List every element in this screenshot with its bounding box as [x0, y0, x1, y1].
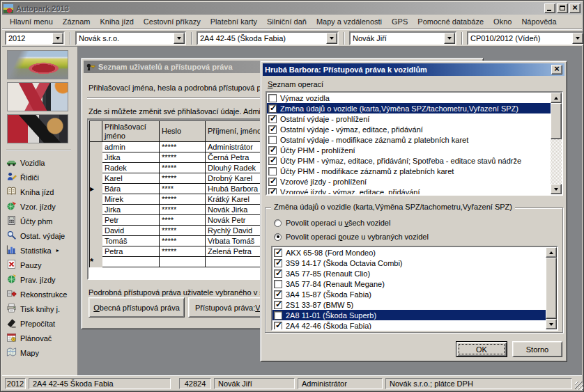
menu-item-pomocne-databaze[interactable]: Pomocné databáze — [413, 16, 489, 27]
sidebar-item-ridici[interactable]: Řidiči — [5, 170, 77, 185]
sidebar-item-planovac[interactable]: Plánovač — [5, 331, 77, 345]
combo-vehicle[interactable]: 2A4 42-45 (Škoda Fabia) — [197, 31, 339, 45]
operation-item[interactable]: Změna údajů o vozidle (karta,Výměna SPZ/… — [267, 103, 551, 113]
operation-item[interactable]: Účty PHM - prohlížení — [267, 145, 551, 155]
sidebar-item-ostat-vydaje[interactable]: Ostat. výdaje — [5, 228, 77, 243]
menu-item-cestovni-prikazy[interactable]: Cestovní příkazy — [139, 16, 206, 27]
checkbox-checked-icon[interactable] — [274, 259, 282, 267]
new-row-selector[interactable]: * — [90, 257, 102, 267]
maximize-button[interactable] — [557, 3, 568, 13]
user-login-cell[interactable]: David — [102, 226, 160, 236]
combo-driver[interactable]: Novák Jiří — [349, 31, 456, 45]
app-titlebar[interactable]: Autopark 2013 — [2, 2, 582, 15]
checkbox-checked-icon[interactable] — [268, 125, 277, 134]
vehicle-item[interactable]: AKX 65-98 (Ford Mondeo) — [272, 247, 546, 258]
operation-item[interactable]: Vzorové jízdy - prohlížení — [267, 176, 551, 187]
checkbox-checked-icon[interactable] — [268, 104, 277, 113]
checkbox-checked-icon[interactable] — [268, 188, 277, 195]
combo-dropdown-button[interactable] — [52, 33, 63, 44]
user-login-cell[interactable]: admin — [102, 142, 160, 152]
cancel-button[interactable]: Storno — [512, 341, 562, 357]
vehicle-item[interactable]: 3S9 14-17 (Škoda Octavia Combi) — [272, 258, 546, 268]
sidebar-item-ucty-phm[interactable]: Účty phm — [5, 214, 77, 228]
vehicle-item[interactable]: 3A4 15-87 (Škoda Fabia) — [272, 289, 546, 299]
user-login-cell[interactable]: Tomáš — [102, 236, 160, 246]
vehicle-item[interactable]: 3A5 77-85 (Renault Clio) — [272, 268, 546, 279]
dialog-titlebar[interactable]: Hrubá Barbora: Přístupová práva k vozidl… — [263, 63, 564, 76]
checkbox-checked-icon[interactable] — [274, 301, 282, 309]
operation-item[interactable]: Výmaz vozidla — [267, 93, 551, 103]
scrollbar-thumb[interactable] — [546, 258, 557, 319]
close-button[interactable] — [569, 3, 581, 13]
user-login-cell[interactable]: Karel — [102, 173, 160, 184]
operation-item[interactable]: Účty PHM - modifikace záznamů z platební… — [267, 166, 551, 176]
user-login-cell[interactable]: Mirek — [102, 194, 160, 205]
row-selector[interactable] — [90, 226, 102, 236]
operations-scrollbar[interactable] — [551, 93, 562, 194]
operation-item[interactable]: Ostatní výdaje - modifikace záznamů z pl… — [267, 134, 551, 145]
minimize-button[interactable] — [544, 3, 555, 13]
user-password-cell[interactable]: **** — [160, 215, 206, 226]
menu-item-napoveda[interactable]: Nápověda — [516, 16, 561, 27]
row-selector[interactable] — [90, 194, 102, 205]
combo-company[interactable]: Novák s.r.o. — [75, 31, 186, 45]
user-password-cell[interactable]: ***** — [160, 152, 206, 163]
vehicle-item[interactable]: 2A4 42-46 (Škoda Fabia) — [272, 320, 546, 329]
user-login-cell[interactable]: Jirka — [102, 205, 160, 215]
dialog-close-button[interactable] — [551, 65, 562, 75]
user-password-cell[interactable]: ***** — [160, 226, 206, 236]
menu-item-hlavni-menu[interactable]: Hlavní menu — [5, 16, 58, 27]
user-password-cell[interactable]: ***** — [160, 173, 206, 184]
scroll-up-button[interactable] — [546, 247, 557, 258]
radio-selected-icon[interactable] — [274, 233, 282, 241]
menu-item-okno[interactable]: Okno — [489, 16, 516, 27]
checkbox-checked-icon[interactable] — [268, 178, 277, 186]
user-password-cell[interactable]: ***** — [160, 246, 206, 257]
menu-item-mapy-a-vzdalenosti[interactable]: Mapy a vzdálenosti — [312, 16, 387, 27]
menu-item-kniha-jizd[interactable]: Kniha jízd — [95, 16, 139, 27]
sidebar-item-statistika[interactable]: Statistika▸ — [5, 243, 77, 258]
user-password-cell[interactable]: ***** — [160, 142, 206, 152]
sidebar-item-tisk-knihy-j[interactable]: Tisk knihy j. — [5, 301, 77, 316]
combo-year[interactable]: 2012 — [5, 31, 65, 45]
resize-grip-icon[interactable] — [575, 382, 583, 390]
row-selector[interactable] — [90, 215, 102, 226]
checkbox-checked-icon[interactable] — [268, 146, 277, 155]
vehicle-item[interactable]: 2S1 33-87 (BMW 5) — [272, 299, 546, 310]
user-login-cell[interactable]: Petr — [102, 215, 160, 226]
menu-item-zaznam[interactable]: Záznam — [58, 16, 95, 27]
sidebar-item-pauzy[interactable]: Pauzy — [5, 258, 77, 272]
checkbox-unchecked-icon[interactable] — [268, 167, 277, 175]
combo-dropdown-button[interactable] — [444, 33, 455, 44]
radio-unselected-icon[interactable] — [274, 219, 282, 227]
scrollbar-track[interactable] — [551, 139, 562, 184]
checkbox-unchecked-icon[interactable] — [274, 280, 282, 288]
user-login-cell[interactable]: Bára — [102, 184, 160, 194]
scroll-down-button[interactable] — [546, 319, 557, 329]
combo-dropdown-button[interactable] — [174, 33, 185, 44]
user-login-cell[interactable]: Radek — [102, 163, 160, 173]
row-selector[interactable] — [90, 142, 102, 152]
menu-item-gps[interactable]: GPS — [387, 16, 413, 27]
checkbox-checked-icon[interactable] — [274, 249, 282, 257]
vehicle-item[interactable]: 2A8 11-01 (Škoda Superb) — [272, 310, 546, 320]
checkbox-checked-icon[interactable] — [274, 322, 282, 330]
sidebar-item-rekonstrukce[interactable]: Rekonstrukce — [5, 287, 77, 301]
vehicle-item[interactable]: 3A5 77-84 (Renault Megane) — [272, 279, 546, 289]
sidebar-item-mapy[interactable]: Mapy — [5, 345, 77, 360]
menu-item-silnicni-dan[interactable]: Silniční daň — [262, 16, 312, 27]
scrollbar-thumb[interactable] — [551, 103, 562, 139]
checkbox-unchecked-icon[interactable] — [268, 94, 277, 102]
empty-cell[interactable] — [160, 257, 206, 267]
radio-selected-vehicles[interactable]: Povolit operaci pouze u vybraných vozide… — [274, 232, 429, 242]
row-selector[interactable] — [90, 236, 102, 246]
general-rights-button[interactable]: Obecná přístupová práva — [89, 297, 185, 317]
sidebar-item-prav-jizdy[interactable]: Prav. jízdy — [5, 272, 77, 287]
user-password-cell[interactable]: ***** — [160, 236, 206, 246]
combo-trip[interactable]: CP010/2012 (Vídeň) — [467, 31, 584, 45]
user-login-cell[interactable]: Petra — [102, 246, 160, 257]
user-password-cell[interactable]: **** — [160, 184, 206, 194]
checkbox-unchecked-icon[interactable] — [268, 136, 277, 144]
row-selector[interactable] — [90, 173, 102, 184]
checkbox-checked-icon[interactable] — [268, 157, 277, 165]
